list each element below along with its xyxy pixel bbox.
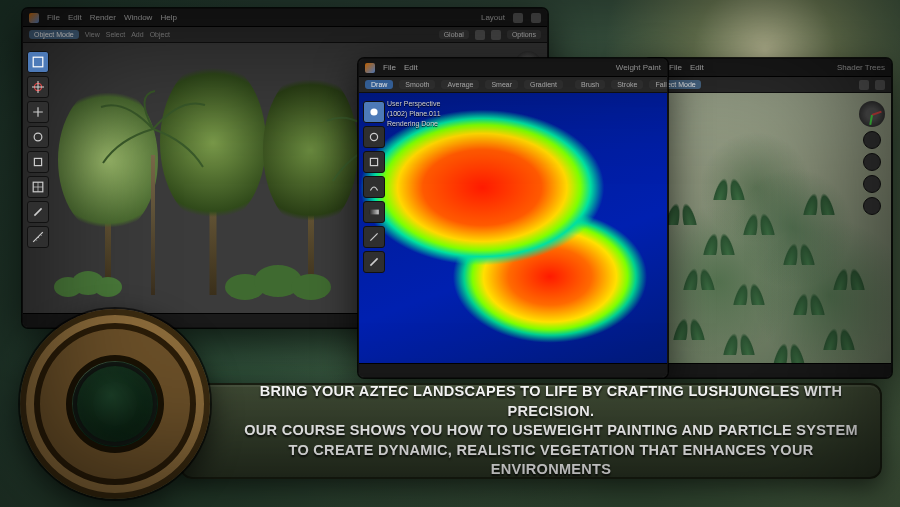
panel-tab-stroke[interactable]: Stroke: [611, 80, 643, 89]
tool-transform[interactable]: [27, 176, 49, 198]
menu-file[interactable]: File: [669, 63, 682, 72]
editor-window-weightpaint: File Edit Weight Paint Draw Smooth Avera…: [358, 58, 668, 378]
tool-annotate[interactable]: [27, 201, 49, 223]
snap-icon[interactable]: [475, 30, 485, 40]
overlay-line1: User Perspective: [387, 99, 441, 109]
menu-file[interactable]: File: [383, 63, 396, 72]
pan-icon[interactable]: [863, 153, 881, 171]
window2-toolbar: Draw Smooth Average Smear Gradient Brush…: [359, 77, 667, 93]
menu-window[interactable]: Window: [124, 13, 152, 22]
svg-point-9: [94, 277, 122, 297]
window3-toolbar: Object Mode: [645, 77, 891, 93]
menu-help[interactable]: Help: [160, 13, 176, 22]
caption-line1: Bring your Aztec landscapes to life by c…: [242, 382, 860, 421]
svg-point-4: [34, 133, 42, 141]
paint-tab-draw[interactable]: Draw: [365, 80, 393, 89]
scattered-plant: [805, 193, 833, 215]
shading-icon[interactable]: [859, 80, 869, 90]
paint-tab-gradient[interactable]: Gradient: [524, 80, 563, 89]
svg-rect-18: [370, 158, 377, 165]
orientation-global[interactable]: Global: [439, 30, 469, 39]
panel-tab-brush[interactable]: Brush: [575, 80, 605, 89]
tool-cursor[interactable]: [27, 76, 49, 98]
toolbar-select[interactable]: Select: [106, 31, 125, 38]
workspace-tab-weightpaint[interactable]: Weight Paint: [616, 63, 661, 72]
caption-line3: to create dynamic, realistic vegetation …: [242, 441, 860, 480]
scattered-plant: [825, 328, 853, 350]
scattered-plant: [725, 333, 753, 355]
tool-average[interactable]: [363, 151, 385, 173]
scattered-plant: [835, 268, 863, 290]
caption-banner: Bring your Aztec landscapes to life by c…: [180, 383, 882, 479]
zoom-icon[interactable]: [863, 131, 881, 149]
scattered-plant: [675, 318, 703, 340]
panel-tab-falloff[interactable]: Falloff: [649, 80, 668, 89]
svg-point-17: [370, 133, 377, 140]
window2-viewport[interactable]: User Perspective (1002) Plane.011 Render…: [359, 93, 667, 363]
caption-line2: Our course shows you how to useweight pa…: [244, 421, 858, 441]
aztec-medallion-icon: [20, 309, 210, 499]
tool-rotate[interactable]: [27, 126, 49, 148]
tool-measure[interactable]: [27, 226, 49, 248]
window3-gizmo-cluster: [859, 101, 885, 215]
window3-footer: [645, 363, 891, 377]
paint-tab-smear[interactable]: Smear: [485, 80, 518, 89]
blender-logo-icon: [365, 63, 375, 73]
overlay-icon[interactable]: [875, 80, 885, 90]
window3-viewport[interactable]: [645, 93, 891, 363]
tool-draw[interactable]: [363, 101, 385, 123]
window2-tool-strip: [363, 101, 385, 273]
toolbar-add[interactable]: Add: [131, 31, 143, 38]
tool-blur[interactable]: [363, 126, 385, 148]
menu-edit[interactable]: Edit: [690, 63, 704, 72]
tree-palm: [123, 95, 183, 295]
tool-annotate[interactable]: [363, 251, 385, 273]
window3-titlebar: File Edit Shader Trees: [645, 59, 891, 77]
tool-move[interactable]: [27, 101, 49, 123]
viewport-overlay-info: User Perspective (1002) Plane.011 Render…: [387, 99, 441, 128]
toolbar-view[interactable]: View: [85, 31, 100, 38]
svg-rect-19: [369, 210, 379, 215]
paint-tab-smooth[interactable]: Smooth: [399, 80, 435, 89]
scattered-plant: [775, 343, 803, 363]
window1-toolbar: Object Mode View Select Add Object Globa…: [23, 27, 547, 43]
workspace-tab-layout[interactable]: Layout: [481, 13, 505, 22]
mode-selector[interactable]: Object Mode: [29, 30, 79, 39]
window2-titlebar: File Edit Weight Paint: [359, 59, 667, 77]
window1-tool-strip: [27, 51, 49, 248]
nav-gizmo-icon[interactable]: [859, 101, 885, 127]
scene-dropdown-icon[interactable]: [513, 13, 523, 23]
overlay-line3: Rendering Done: [387, 119, 441, 129]
workspace-tab[interactable]: Shader Trees: [837, 63, 885, 72]
tool-select-box[interactable]: [27, 51, 49, 73]
svg-point-16: [370, 108, 377, 115]
menu-edit[interactable]: Edit: [404, 63, 418, 72]
tool-smear[interactable]: [363, 176, 385, 198]
svg-point-12: [291, 274, 331, 300]
blender-logo-icon: [29, 13, 39, 23]
toolbar-object[interactable]: Object: [150, 31, 170, 38]
paint-tab-average[interactable]: Average: [441, 80, 479, 89]
weight-heatmap: [359, 93, 667, 363]
tool-sample[interactable]: [363, 226, 385, 248]
window2-footer: [359, 363, 667, 377]
tool-gradient[interactable]: [363, 201, 385, 223]
viewlayer-dropdown-icon[interactable]: [531, 13, 541, 23]
menu-render[interactable]: Render: [90, 13, 116, 22]
scattered-plant: [705, 233, 733, 255]
svg-rect-0: [33, 57, 43, 67]
scattered-plant: [745, 213, 773, 235]
camera-toggle-icon[interactable]: [863, 175, 881, 193]
scattered-plant: [735, 283, 763, 305]
toolbar-options[interactable]: Options: [507, 30, 541, 39]
svg-rect-5: [34, 158, 41, 165]
scattered-plant: [715, 178, 743, 200]
scattered-plant: [795, 293, 823, 315]
menu-edit[interactable]: Edit: [68, 13, 82, 22]
menu-file[interactable]: File: [47, 13, 60, 22]
window1-titlebar: File Edit Render Window Help Layout: [23, 9, 547, 27]
plant-fern: [223, 241, 333, 301]
proportional-edit-icon[interactable]: [491, 30, 501, 40]
tool-scale[interactable]: [27, 151, 49, 173]
perspective-toggle-icon[interactable]: [863, 197, 881, 215]
